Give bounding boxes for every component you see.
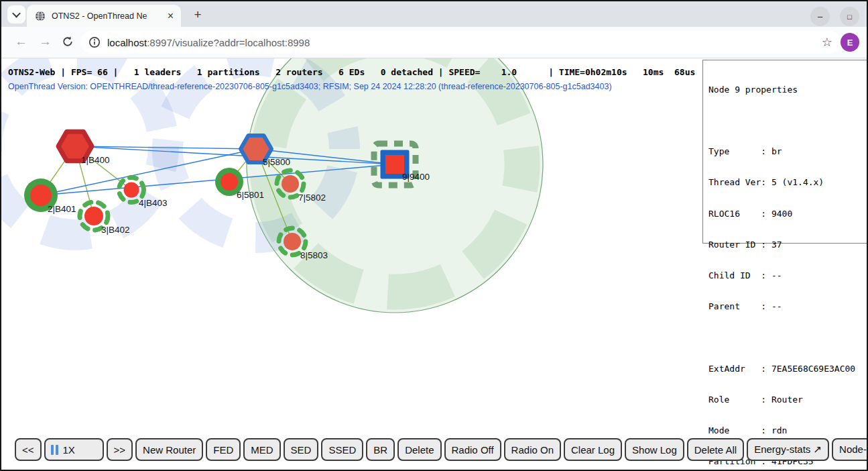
clear-log-button[interactable]: Clear Log (564, 438, 622, 461)
node-properties-title: Node 9 properties (708, 85, 868, 95)
prop-line (708, 332, 868, 342)
bookmark-star-icon[interactable]: ☆ (822, 35, 832, 50)
tab-bar: OTNS2 - OpenThread Ne × + – □ (1, 1, 867, 27)
delete-button[interactable]: Delete (397, 438, 441, 461)
back-button[interactable]: ← (15, 34, 27, 49)
node-label-2: 2|B401 (48, 204, 76, 214)
window-maximize-button[interactable]: □ (840, 7, 859, 26)
simulator-status-line: OTNS2-Web | FPS= 66 | 1 leaders 1 partit… (8, 67, 695, 77)
med-button[interactable]: MED (243, 438, 280, 461)
globe-icon (35, 11, 46, 21)
speed-label: 1X (63, 444, 75, 456)
pause-icon (51, 445, 58, 455)
prop-mode: Mode : rdn (708, 425, 868, 435)
prop-router-id: Router ID : 37 (708, 240, 868, 250)
new-tab-button[interactable]: + (189, 6, 206, 23)
prop-rloc16: RLOC16 : 9400 (708, 209, 868, 219)
node-label-5: 5|5800 (263, 157, 290, 167)
prop-type: Type : br (708, 146, 868, 156)
node-label-9: 9|9400 (402, 172, 430, 182)
new-router-button[interactable]: New Router (135, 438, 203, 461)
radio-off-button[interactable]: Radio Off (444, 438, 501, 461)
node-label-8: 8|5803 (300, 250, 328, 260)
prop-extaddr: ExtAddr : 7EA5E68C69E3AC00 (708, 364, 868, 374)
tab-title-fade (143, 5, 162, 27)
url-omnibox[interactable]: localhost:8997/visualize?addr=localhost:… (80, 31, 841, 54)
prop-thread-ver: Thread Ver: 5 (v1.4.x) (708, 177, 868, 187)
openthread-version-link[interactable]: OpenThread Version: OPENTHREAD/thread-re… (8, 82, 612, 91)
node-properties-panel: Node 9 properties Type : br Thread Ver: … (702, 60, 868, 244)
url-host: localhost (107, 37, 147, 48)
prop-line (708, 115, 868, 125)
radio-on-button[interactable]: Radio On (504, 438, 561, 461)
reload-button[interactable] (62, 36, 74, 48)
tab-search-button[interactable] (7, 5, 25, 23)
action-toolbar: << 1X >> New Router FED MED SED SSED BR … (15, 438, 868, 461)
simulation-canvas[interactable]: 1|B4002|B4013|B4024|B4035|58006|58017|58… (1, 58, 868, 471)
node-stats-button[interactable]: Node-stats ↗ (832, 438, 868, 461)
window-minimize-button[interactable]: – (810, 7, 830, 26)
speed-down-button[interactable]: << (15, 438, 42, 461)
fed-button[interactable]: FED (206, 438, 241, 461)
forward-button[interactable]: → (39, 34, 52, 49)
url-path: :8997/visualize?addr=localhost:8998 (147, 37, 310, 48)
pause-speed-button[interactable]: 1X (44, 438, 104, 461)
ssed-button[interactable]: SSED (321, 438, 363, 461)
node-label-7: 7|5802 (298, 193, 326, 203)
node-label-6: 6|5801 (237, 190, 264, 200)
chevron-down-icon (12, 9, 21, 18)
prop-role: Role : Router (708, 395, 868, 405)
site-info-icon[interactable] (88, 36, 101, 48)
address-bar: ← → localhost:8997/visualize?addr=localh… (1, 27, 867, 58)
prop-parent: Parent : -- (708, 301, 868, 311)
show-log-button[interactable]: Show Log (625, 438, 684, 461)
profile-avatar[interactable]: E (841, 33, 859, 52)
sed-button[interactable]: SED (284, 438, 319, 461)
node-label-1: 1|B400 (81, 155, 110, 165)
browser-window: OTNS2 - OpenThread Ne × + – □ ← → localh… (0, 0, 868, 471)
node-label-4: 4|B403 (139, 198, 168, 208)
speed-up-button[interactable]: >> (107, 438, 133, 461)
br-button[interactable]: BR (366, 438, 395, 461)
tab-otns2[interactable]: OTNS2 - OpenThread Ne × (27, 5, 181, 27)
energy-stats-button[interactable]: Energy-stats ↗ (747, 438, 829, 461)
node-label-3: 3|B402 (101, 225, 130, 235)
prop-child-id: Child ID : -- (708, 270, 868, 280)
url-text: localhost:8997/visualize?addr=localhost:… (107, 37, 310, 48)
delete-all-button[interactable]: Delete All (687, 438, 744, 461)
tab-close-icon[interactable]: × (166, 11, 176, 21)
